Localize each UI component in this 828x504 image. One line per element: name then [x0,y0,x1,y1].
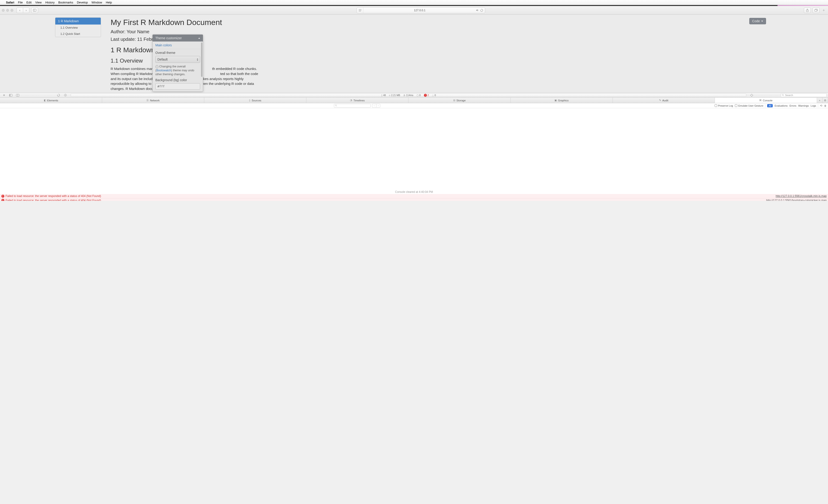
theme-customizer-header[interactable]: Theme customizer [153,35,203,42]
tabs-button[interactable] [813,8,820,13]
panel-scrollbar[interactable] [201,42,202,77]
storage-icon: ⊟ [453,99,455,102]
menubar-app[interactable]: Safari [6,1,14,4]
bg-color-input[interactable] [155,83,200,90]
dock-detach-button[interactable] [15,93,20,97]
menu-view[interactable]: View [35,1,42,4]
error-icon: ! [1,199,4,201]
filter-errors[interactable]: Errors [789,104,796,107]
mac-menubar: Safari File Edit View History Bookmarks … [0,0,828,5]
filter-evaluations[interactable]: Evaluations [775,104,788,107]
console-icon: ⌘ [759,99,762,102]
close-window-icon[interactable] [2,9,5,12]
minimize-window-icon[interactable] [6,9,9,12]
console-output[interactable]: Console cleared at 4:40:04 PM ! Failed t… [0,108,828,201]
tab-graphics[interactable]: ▣Graphics [511,98,613,103]
tab-audit[interactable]: ✎Audit [613,98,715,103]
error-source-link[interactable]: http://127.0.0.1:5561/crosstalk.min.js.m… [776,194,827,198]
devtools-settings-button[interactable]: ⚙ [823,98,828,103]
console-filter-search[interactable] [334,104,371,107]
menu-edit[interactable]: Edit [27,1,32,4]
svg-rect-0 [33,9,36,11]
filter-warnings[interactable]: Warnings [798,104,809,107]
sources-icon: ▯ [249,99,250,102]
menu-develop[interactable]: Develop [77,1,88,4]
audit-icon: ✎ [659,99,661,102]
sidebar-toggle-button[interactable] [31,8,38,13]
address-bar[interactable]: 127.0.0.1 [357,7,485,13]
info-icon: i [155,65,159,68]
tab-network[interactable]: ☰Network [102,98,204,103]
overall-theme-select[interactable]: Default ▴▾ [155,56,200,63]
forward-button[interactable]: › [23,8,29,13]
window-controls[interactable] [2,9,13,12]
svg-line-19 [784,96,784,96]
emulate-gesture-checkbox[interactable]: Emulate User Gesture [735,104,763,107]
theme-customizer-title: Theme customizer [155,36,182,40]
error-badge-icon: ! [424,94,427,97]
audio-icon[interactable] [476,9,479,11]
tab-sources[interactable]: ▯Sources [204,98,306,103]
toc-item-quickstart[interactable]: 1.2 Quick Start [55,31,101,37]
console-error-row[interactable]: ! Failed to load resource: the server re… [0,198,828,201]
error-message: Failed to load resource: the server resp… [5,199,101,201]
preserve-log-checkbox[interactable]: Preserve Log [715,104,733,107]
warning-count: 0 [434,94,436,96]
site-settings-button[interactable] [357,8,363,13]
address-text: 127.0.0.1 [363,9,476,12]
warning-triangle-icon: △ [432,94,434,96]
select-arrows-icon: ▴▾ [197,58,198,61]
tab-elements[interactable]: ◧Elements [0,98,102,103]
tab-console[interactable]: ⌘Console [715,98,817,103]
document-title: My First R Markdown Document [111,18,260,27]
tab-storage[interactable]: ⊟Storage [409,98,511,103]
bg-color-label: Background (bg) color [155,78,200,82]
gear-icon: ⚙ [824,99,826,102]
code-dropdown-button[interactable]: Code [749,18,766,24]
toc-item-rmarkdown[interactable]: 1 R Markdown [55,18,101,25]
menu-window[interactable]: Window [91,1,102,4]
menu-help[interactable]: Help [106,1,112,4]
toc-sidebar: 1 R Markdown 1.1 Overview 1.2 Quick Star… [55,17,101,37]
svg-point-18 [782,94,784,96]
filter-logs[interactable]: Logs [811,104,816,107]
dock-side-button[interactable] [8,93,13,97]
tab-timelines[interactable]: ◔Timelines [306,98,409,103]
filter-next-button[interactable]: › [376,104,380,107]
clear-reload-button[interactable]: ⟲ [820,104,822,107]
filter-prev-button[interactable]: ‹ [372,104,376,107]
devtools-tabs: ◧Elements ☰Network ▯Sources ◔Timelines ⊟… [0,98,828,103]
menu-bookmarks[interactable]: Bookmarks [58,1,73,4]
new-tab-plus-button[interactable]: + [817,98,823,103]
devtools-search[interactable]: Search [781,93,827,97]
network-icon: ☰ [147,99,149,102]
divider [765,104,765,107]
console-error-row[interactable]: ! Failed to load resource: the server re… [0,194,828,198]
reload-ignoring-cache-button[interactable] [56,93,61,97]
devtools-toolbar: ✕ ▯48 ⎚2.21 MB ◔114ms ▢0 !2 △0 Search [0,93,828,98]
weight-icon: ⎚ [389,94,390,96]
elements-icon: ◧ [44,99,46,102]
zoom-window-icon[interactable] [10,9,13,12]
filter-all[interactable]: All [767,104,773,107]
bootswatch-link[interactable]: Bootswatch [156,69,171,72]
element-selection-button[interactable] [749,93,754,97]
back-button[interactable]: ‹ [16,8,23,13]
close-devtools-button[interactable]: ✕ [1,93,6,97]
window-title-strip [0,5,828,6]
menu-history[interactable]: History [45,1,54,4]
clear-console-button[interactable]: 🗑 [824,104,827,107]
download-button[interactable] [63,93,68,97]
main-colors-tab[interactable]: Main colors [153,42,203,49]
reload-button[interactable] [480,9,483,12]
search-placeholder: Search [785,94,793,96]
theme-hint: iChanging the overall (Bootswatch) theme… [155,65,200,76]
error-source-link[interactable]: http://127.0.0.1:5561/bootstrap-colorpic… [766,199,827,201]
new-tab-button[interactable]: + [821,8,826,12]
menu-file[interactable]: File [18,1,23,4]
share-button[interactable] [804,8,811,13]
svg-point-13 [751,94,753,96]
toc-item-overview[interactable]: 1.1 Overview [55,25,101,31]
sidebar-icon [33,9,36,11]
log-square-icon: ▢ [417,94,419,96]
